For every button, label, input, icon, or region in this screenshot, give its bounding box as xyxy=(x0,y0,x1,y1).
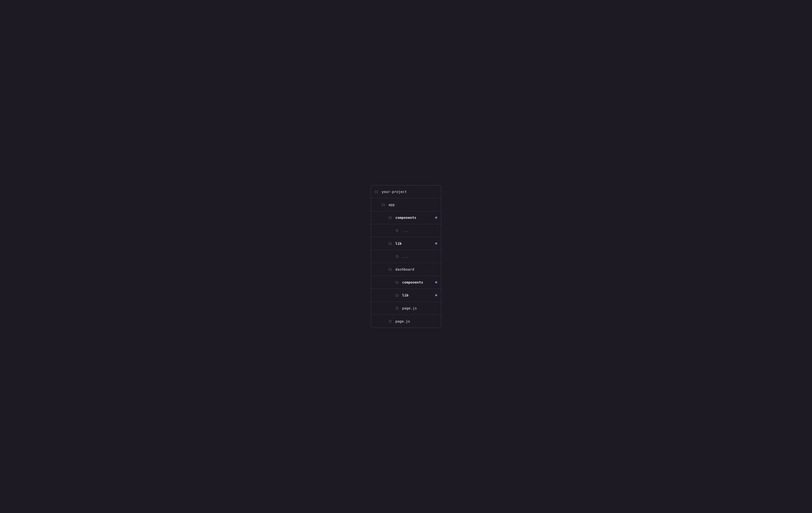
tree-row[interactable]: dashboard xyxy=(371,263,441,276)
row-content: dashboard xyxy=(388,267,437,271)
row-content: page.js xyxy=(388,319,437,323)
tree-item-label: lib xyxy=(402,293,408,297)
tree-row[interactable]: lib xyxy=(371,237,441,250)
tree-item-label: your-project xyxy=(382,190,407,194)
folder-icon xyxy=(395,281,399,284)
marker-dot-icon xyxy=(435,242,437,244)
row-content: ... xyxy=(395,254,437,259)
tree-item-label: page.js xyxy=(402,306,417,310)
file-icon xyxy=(395,229,399,232)
folder-icon xyxy=(375,190,378,193)
tree-row[interactable]: app xyxy=(371,198,441,211)
file-tree: your-projectappcomponents...lib...dashbo… xyxy=(371,185,441,328)
folder-icon xyxy=(395,294,399,297)
marker-dot-icon xyxy=(435,294,437,296)
tree-row[interactable]: your-project xyxy=(371,185,441,198)
row-content: components xyxy=(395,280,435,284)
tree-item-label: ... xyxy=(402,229,408,233)
tree-row[interactable]: components xyxy=(371,276,441,289)
file-icon xyxy=(395,306,399,310)
tree-item-label: lib xyxy=(395,241,402,245)
tree-row[interactable]: ... xyxy=(371,224,441,237)
tree-row[interactable]: lib xyxy=(371,289,441,302)
tree-item-label: page.js xyxy=(395,319,410,323)
tree-row[interactable]: page.js xyxy=(371,315,441,328)
folder-icon xyxy=(388,216,392,219)
tree-item-label: components xyxy=(402,280,423,284)
marker-dot-icon xyxy=(435,216,437,219)
file-icon xyxy=(388,320,392,323)
row-content: your-project xyxy=(375,190,437,194)
row-content: lib xyxy=(388,241,435,245)
marker-dot-icon xyxy=(435,281,437,283)
row-content: lib xyxy=(395,293,435,297)
tree-row[interactable]: ... xyxy=(371,250,441,263)
tree-item-label: components xyxy=(395,216,416,219)
tree-item-label: ... xyxy=(402,254,408,259)
row-content: components xyxy=(388,216,435,219)
file-icon xyxy=(395,255,399,258)
tree-item-label: app xyxy=(388,203,395,207)
tree-row[interactable]: components xyxy=(371,211,441,224)
folder-icon xyxy=(382,203,385,207)
folder-icon xyxy=(388,268,392,271)
folder-icon xyxy=(388,242,392,245)
tree-item-label: dashboard xyxy=(395,267,414,271)
row-content: app xyxy=(382,203,437,207)
row-content: page.js xyxy=(395,306,437,310)
row-content: ... xyxy=(395,229,437,233)
tree-row[interactable]: page.js xyxy=(371,302,441,315)
